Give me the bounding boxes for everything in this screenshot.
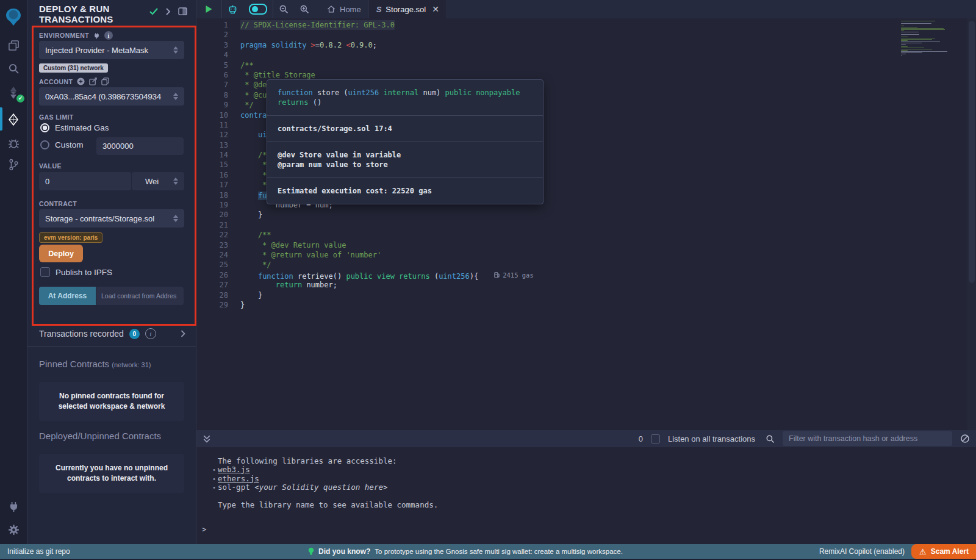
line-number: 10: [196, 110, 228, 120]
edit-account-icon[interactable]: [89, 77, 97, 85]
ai-copilot-icon[interactable]: [222, 0, 243, 18]
code-line-3[interactable]: pragma solidity >=0.8.2 <0.9.0;: [240, 40, 891, 50]
terminal-prompt[interactable]: >: [202, 525, 207, 534]
transactions-expand-icon[interactable]: [181, 330, 185, 337]
scam-alert-button[interactable]: ⚠ Scam Alert: [911, 544, 976, 559]
listen-transactions-checkbox[interactable]: [651, 434, 660, 443]
deploy-button[interactable]: Deploy: [39, 245, 83, 262]
copy-account-icon[interactable]: [101, 77, 109, 85]
tooltip-file-location: contracts/Storage.sol 17:4: [267, 116, 543, 142]
custom-gas-radio[interactable]: [40, 140, 49, 149]
unpinned-contracts-empty: Currently you have no unpinned contracts…: [39, 454, 184, 493]
contract-select[interactable]: Storage - contracts/Storage.sol: [39, 209, 184, 228]
code-line-26[interactable]: function retrieve() public view returns …: [240, 270, 891, 280]
account-select[interactable]: 0xA03...85ac4 (0.398673504934: [39, 87, 184, 106]
select-stepper-icon: [173, 93, 178, 100]
code-line-29[interactable]: }: [240, 300, 891, 310]
at-address-input[interactable]: Load contract from Addres: [96, 287, 184, 305]
settings-gear-icon[interactable]: [0, 519, 27, 540]
terminal-filter-input[interactable]: Filter with transaction hash or address: [783, 431, 952, 446]
line-number: 21: [196, 220, 228, 230]
add-account-icon[interactable]: [77, 77, 85, 85]
code-line-1[interactable]: // SPDX-License-Identifier: GPL-3.0: [240, 20, 891, 30]
code-line-2[interactable]: [240, 30, 891, 40]
estimated-gas-radio[interactable]: [40, 123, 49, 132]
file-explorer-icon[interactable]: [0, 34, 27, 56]
code-line-27[interactable]: return number;: [240, 280, 891, 290]
minimap-line: [901, 23, 931, 24]
gas-estimate-annotation: 2415 gas: [494, 270, 534, 280]
line-number: 23: [196, 240, 228, 250]
account-label: ACCOUNT: [39, 77, 109, 85]
close-tab-icon[interactable]: ✕: [432, 4, 439, 14]
estimated-gas-option[interactable]: Estimated Gas: [40, 123, 109, 132]
code-line-4[interactable]: [240, 50, 891, 60]
editor-scrollbar[interactable]: [967, 18, 976, 430]
warning-icon: ⚠: [919, 547, 927, 556]
remix-logo-icon[interactable]: [0, 5, 27, 29]
clear-console-icon[interactable]: [960, 434, 970, 443]
panel-forward-icon[interactable]: [165, 8, 171, 15]
pinned-contracts-title: Pinned Contracts (network: 31): [39, 359, 151, 369]
tab-storage-sol[interactable]: S Storage.sol ✕: [369, 0, 447, 18]
terminal-output[interactable]: The following libraries are accessible:•…: [196, 447, 976, 544]
git-init-button[interactable]: Initialize as git repo: [0, 547, 70, 556]
zoom-out-icon[interactable]: [273, 0, 294, 18]
minimap-line: [901, 44, 906, 45]
minimap-line: [901, 39, 932, 40]
code-line-21[interactable]: [240, 220, 891, 230]
value-label: VALUE: [39, 162, 62, 170]
deploy-and-run-icon[interactable]: [0, 109, 27, 131]
plugin-manager-icon[interactable]: [0, 495, 27, 517]
solidity-compiler-icon[interactable]: ✓: [0, 82, 27, 104]
copilot-toggle[interactable]: [243, 0, 273, 18]
minimap-line: [901, 51, 947, 52]
minimap[interactable]: [901, 21, 950, 56]
code-line-25[interactable]: */: [240, 260, 891, 270]
code-editor[interactable]: 1234567891011121314151617181920212223242…: [196, 18, 976, 430]
terminal-collapse-icon[interactable]: [196, 435, 217, 443]
terminal-link[interactable]: ethers.js: [218, 474, 259, 483]
code-line-24[interactable]: * @return value of 'number': [240, 250, 891, 260]
line-number: 11: [196, 120, 228, 130]
compile-success-badge: ✓: [16, 95, 24, 102]
value-input[interactable]: 0: [39, 172, 131, 190]
code-line-22[interactable]: /**: [240, 230, 891, 240]
at-address-button[interactable]: At Address: [39, 287, 96, 305]
select-stepper-icon: [173, 178, 178, 185]
custom-gas-input[interactable]: 3000000: [96, 137, 184, 155]
code-line-20[interactable]: }: [240, 210, 891, 220]
publish-ipfs-checkbox[interactable]: [40, 267, 50, 277]
tooltip-gas-cost: Estimated execution cost: 22520 gas: [267, 178, 543, 204]
code-line-5[interactable]: /**: [240, 60, 891, 70]
listen-transactions-label: Listen on all transactions: [668, 434, 755, 443]
code-line-28[interactable]: }: [240, 290, 891, 300]
terminal-link[interactable]: web3.js: [218, 465, 250, 474]
publish-ipfs-option[interactable]: Publish to IPFS: [40, 267, 112, 277]
home-icon: [327, 5, 336, 13]
custom-gas-option[interactable]: Custom: [40, 140, 84, 149]
tab-home[interactable]: Home: [320, 0, 369, 18]
search-icon[interactable]: [0, 57, 27, 79]
select-stepper-icon: [173, 215, 178, 222]
status-bar: Initialize as git repo Did you know? To …: [0, 544, 976, 559]
line-number: 18: [196, 190, 228, 200]
evm-version-badge: evm version: paris: [39, 232, 102, 243]
run-script-button[interactable]: [196, 0, 221, 18]
zoom-in-icon[interactable]: [294, 0, 315, 18]
code-line-23[interactable]: * @dev Return value: [240, 240, 891, 250]
debugger-icon[interactable]: [0, 132, 27, 154]
transactions-info-icon[interactable]: i: [145, 328, 156, 339]
copilot-status[interactable]: RemixAI Copilot (enabled): [819, 547, 905, 556]
git-icon[interactable]: [0, 154, 27, 176]
transactions-recorded-row[interactable]: Transactions recorded 0 i: [39, 328, 185, 339]
environment-select[interactable]: Injected Provider - MetaMask: [39, 41, 184, 59]
line-number: 7: [196, 80, 228, 90]
hover-tooltip: function store (uint256 internal num) pu…: [267, 79, 544, 204]
environment-info-icon[interactable]: i: [104, 31, 113, 40]
value-unit-select[interactable]: Wei: [132, 172, 184, 190]
terminal-search-icon[interactable]: [766, 434, 775, 443]
pin-panel-icon[interactable]: [178, 7, 187, 15]
code-line-6[interactable]: * @title Storage: [240, 70, 891, 80]
line-number: 14: [196, 150, 228, 160]
